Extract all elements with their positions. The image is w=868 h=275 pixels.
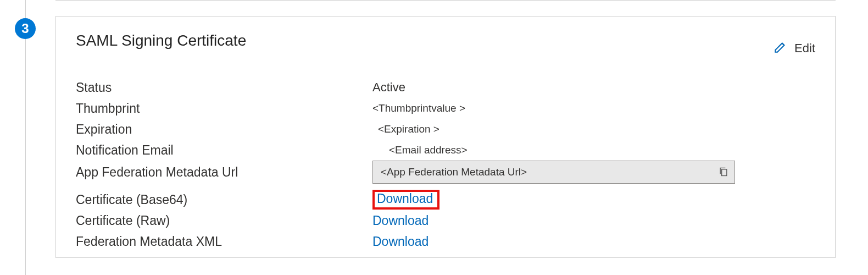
expiration-value: <Expiration > xyxy=(372,123,815,135)
status-value: Active xyxy=(372,80,815,95)
row-notification-email: Notification Email <Email address> xyxy=(76,140,815,161)
row-federation-xml: Federation Metadata XML Download xyxy=(76,231,815,252)
detail-rows: Status Active Thumbprint <Thumbprintvalu… xyxy=(76,77,815,252)
app-federation-url-input[interactable]: <App Federation Metadata Url> xyxy=(372,161,735,184)
cert-base64-label: Certificate (Base64) xyxy=(76,193,372,207)
download-cert-base64-link[interactable]: Download xyxy=(372,190,439,210)
copy-icon[interactable] xyxy=(718,166,729,178)
thumbprint-value: <Thumbprintvalue > xyxy=(372,102,815,114)
notification-email-value: <Email address> xyxy=(372,144,815,156)
row-status: Status Active xyxy=(76,77,815,98)
federation-xml-action-wrap: Download xyxy=(372,234,815,249)
card-header: SAML Signing Certificate Edit xyxy=(76,32,815,57)
top-divider xyxy=(55,0,836,1)
card-title: SAML Signing Certificate xyxy=(76,32,246,50)
cert-raw-action-wrap: Download xyxy=(372,213,815,228)
row-app-federation-url: App Federation Metadata Url <App Federat… xyxy=(76,161,815,184)
thumbprint-label: Thumbprint xyxy=(76,101,372,116)
saml-certificate-card: SAML Signing Certificate Edit Status Act… xyxy=(55,16,836,258)
svg-rect-0 xyxy=(722,169,727,176)
download-cert-raw-link[interactable]: Download xyxy=(372,213,429,228)
expiration-label: Expiration xyxy=(76,122,372,137)
app-federation-url-value-wrap: <App Federation Metadata Url> xyxy=(372,161,815,184)
app-federation-url-text: <App Federation Metadata Url> xyxy=(381,166,718,178)
cert-base64-action-wrap: Download xyxy=(372,190,815,210)
row-cert-base64: Certificate (Base64) Download xyxy=(76,189,815,210)
row-thumbprint: Thumbprint <Thumbprintvalue > xyxy=(76,98,815,119)
row-cert-raw: Certificate (Raw) Download xyxy=(76,210,815,231)
download-federation-xml-link[interactable]: Download xyxy=(372,234,429,249)
vertical-divider xyxy=(25,0,26,275)
step-number-text: 3 xyxy=(21,21,29,36)
step-number-badge: 3 xyxy=(15,18,36,39)
federation-xml-label: Federation Metadata XML xyxy=(76,234,372,249)
cert-raw-label: Certificate (Raw) xyxy=(76,213,372,228)
pencil-icon xyxy=(774,40,788,57)
row-expiration: Expiration <Expiration > xyxy=(76,119,815,140)
app-federation-url-label: App Federation Metadata Url xyxy=(76,165,372,180)
status-label: Status xyxy=(76,80,372,95)
notification-email-label: Notification Email xyxy=(76,143,372,158)
edit-button[interactable]: Edit xyxy=(774,40,815,57)
edit-button-label: Edit xyxy=(794,41,815,56)
